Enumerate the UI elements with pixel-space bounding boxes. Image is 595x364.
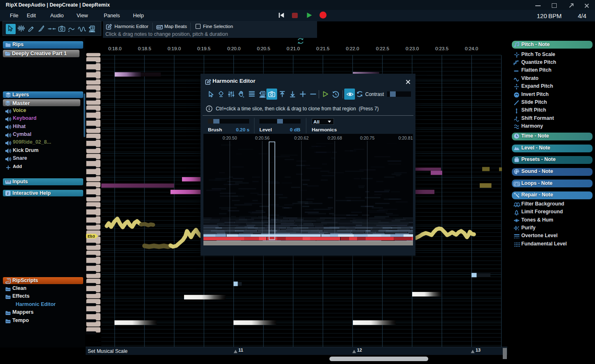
svg-text:i: i [7, 191, 9, 196]
svg-text:0:20.75: 0:20.75 [360, 135, 374, 140]
svg-text:0:20.62: 0:20.62 [294, 135, 308, 140]
svg-text:0:20.50: 0:20.50 [222, 135, 237, 140]
svg-text:Eb3: Eb3 [88, 234, 95, 238]
svg-text:0:20.68: 0:20.68 [327, 135, 342, 140]
svg-text:0:20.56: 0:20.56 [255, 135, 269, 140]
svg-text:0:20.81: 0:20.81 [398, 135, 413, 140]
